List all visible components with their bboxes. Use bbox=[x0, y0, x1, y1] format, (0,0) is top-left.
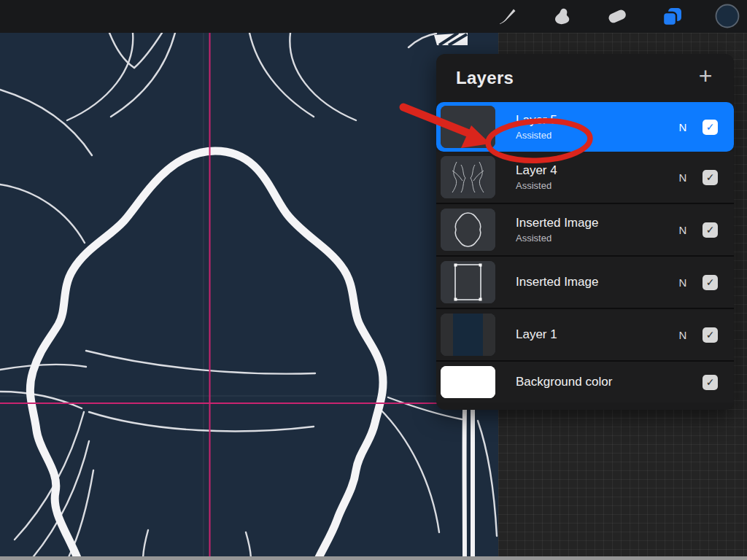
smudge-icon bbox=[551, 5, 573, 27]
blend-mode-button[interactable]: N bbox=[672, 121, 694, 133]
symmetry-guide-lines bbox=[0, 33, 498, 560]
layer-visibility-checkbox[interactable]: ✓ bbox=[703, 222, 718, 238]
layer-name: Layer 1 bbox=[516, 327, 672, 342]
color-swatch bbox=[714, 3, 740, 29]
color-swatch-button[interactable] bbox=[714, 3, 740, 29]
add-layer-button[interactable]: + bbox=[693, 66, 718, 90]
layer-row-layer1[interactable]: Layer 1 N ✓ bbox=[436, 309, 734, 362]
layer-visibility-checkbox[interactable]: ✓ bbox=[703, 120, 718, 135]
panel-title: Layers bbox=[456, 68, 693, 88]
layer-row-inserted-image-1[interactable]: Inserted Image Assisted N ✓ bbox=[436, 204, 734, 257]
layer-name: Background color bbox=[516, 375, 672, 389]
layer-row-inserted-image-2[interactable]: Inserted Image N ✓ bbox=[436, 257, 734, 309]
blend-mode-button[interactable]: N bbox=[672, 329, 694, 341]
blend-mode-button[interactable]: N bbox=[672, 171, 694, 184]
blob-outline-stroke bbox=[30, 151, 383, 560]
canvas-bottom-edge bbox=[0, 556, 747, 560]
layers-panel-header: Layers + bbox=[436, 54, 734, 102]
eraser-tool-button[interactable] bbox=[604, 3, 630, 29]
layers-icon bbox=[659, 4, 684, 28]
drawing-canvas[interactable] bbox=[0, 33, 498, 560]
layers-panel: Layers + Layer 5 Assisted N ✓ bbox=[436, 54, 734, 410]
layer-thumbnail bbox=[441, 106, 495, 148]
layer-subtitle: Assisted bbox=[516, 179, 672, 192]
clipped-artwork-fragment bbox=[434, 33, 468, 45]
top-toolbar bbox=[0, 0, 747, 33]
layer-name: Inserted Image bbox=[516, 275, 672, 289]
layer-name: Layer 5 bbox=[516, 113, 672, 128]
layer-row-background-color[interactable]: Background color ✓ bbox=[436, 362, 734, 402]
layer-thumbnail bbox=[441, 156, 495, 198]
double-line-stroke bbox=[465, 410, 473, 560]
layer-subtitle: Assisted bbox=[516, 232, 672, 244]
blend-mode-button[interactable]: N bbox=[672, 276, 694, 289]
layer-name: Layer 4 bbox=[516, 163, 672, 178]
layer-thumbnail bbox=[441, 209, 495, 251]
layer-name: Inserted Image bbox=[516, 216, 672, 230]
layer-thumbnail bbox=[441, 261, 495, 303]
smudge-tool-button[interactable] bbox=[549, 3, 575, 29]
brush-icon bbox=[496, 5, 518, 27]
layer-row-layer5[interactable]: Layer 5 Assisted N ✓ bbox=[436, 102, 734, 152]
canvas-artwork bbox=[0, 33, 498, 560]
branch-linework bbox=[0, 33, 497, 560]
layer-visibility-checkbox[interactable]: ✓ bbox=[703, 327, 718, 343]
layers-panel-button[interactable] bbox=[659, 3, 685, 29]
layer-visibility-checkbox[interactable]: ✓ bbox=[703, 375, 718, 390]
layer-visibility-checkbox[interactable]: ✓ bbox=[703, 170, 718, 185]
layer-thumbnail bbox=[441, 314, 495, 356]
blend-mode-button[interactable]: N bbox=[672, 224, 694, 236]
layer-thumbnail bbox=[441, 366, 495, 398]
eraser-icon bbox=[605, 5, 629, 27]
brush-tool-button[interactable] bbox=[494, 3, 520, 29]
procreate-app: Layers + Layer 5 Assisted N ✓ bbox=[0, 0, 747, 560]
layer-visibility-checkbox[interactable]: ✓ bbox=[703, 275, 718, 290]
layer-subtitle: Assisted bbox=[516, 129, 672, 141]
layer-row-layer4[interactable]: Layer 4 Assisted N ✓ bbox=[436, 152, 734, 204]
